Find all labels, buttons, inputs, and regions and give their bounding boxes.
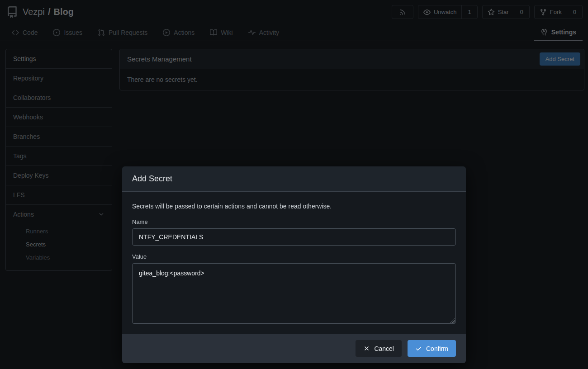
value-field-label: Value [132,253,456,260]
name-field-label: Name [132,218,456,225]
modal-body: Secrets will be passed to certain action… [122,192,466,334]
add-secret-modal: Add Secret Secrets will be passed to cer… [122,166,466,363]
modal-title: Add Secret [122,166,466,192]
check-icon [415,345,422,352]
secret-name-input[interactable] [132,228,456,246]
cancel-button-label: Cancel [374,345,394,352]
secret-value-textarea[interactable]: gitea_blog:<password> [132,263,456,324]
modal-footer: Cancel Confirm [122,334,466,363]
modal-description: Secrets will be passed to certain action… [132,203,456,210]
cancel-button[interactable]: Cancel [356,340,402,357]
confirm-button-label: Confirm [426,345,448,352]
x-icon [363,345,370,352]
confirm-button[interactable]: Confirm [408,340,456,357]
